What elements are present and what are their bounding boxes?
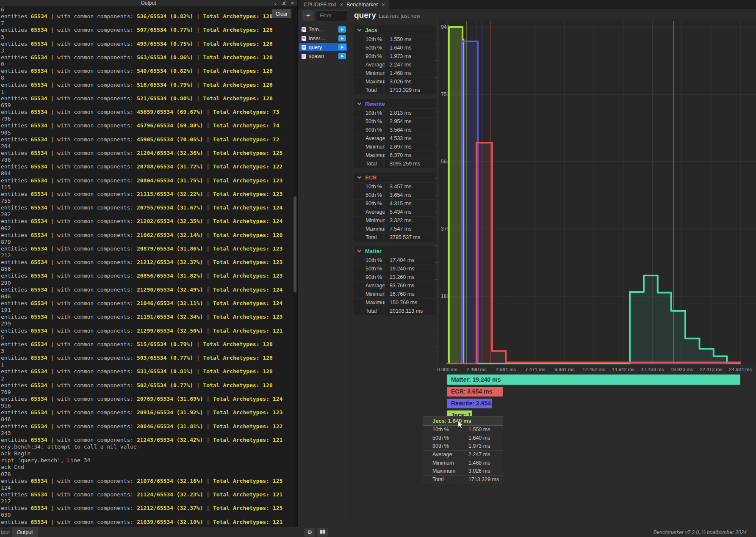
add-benchmark-button[interactable]: + [302, 10, 314, 21]
tooltip-stat-label: 90th % [423, 442, 463, 450]
stat-value: 7.547 ms [385, 225, 436, 233]
stat-label: 50th % [354, 265, 383, 273]
scrollbar-thumb[interactable] [294, 196, 296, 292]
filter-input[interactable] [316, 10, 347, 21]
stat-row: Minimum2.697 ms [354, 143, 436, 151]
stat-value: 3.457 ms [385, 183, 436, 191]
script-item-spawn[interactable]: spawn▶ [299, 52, 347, 60]
tooltip-stat-value: 1.640 ms [463, 434, 503, 442]
benchmarker-panel: query Last run: just now Jecs10th %1.550… [348, 9, 756, 527]
run-benchmark-button[interactable]: ▶ [338, 35, 346, 41]
legend-bar-ecr[interactable]: ECR: 3.654 ms [447, 387, 503, 397]
dock-icon[interactable] [282, 0, 286, 6]
stat-row: Minimum1.468 ms [354, 69, 436, 77]
stat-row: Maximum150.769 ms [354, 299, 436, 307]
output-panel: Output ⌄ ✕ Clear 6entities 65534 | with … [0, 0, 298, 527]
dock-tab-partial[interactable]: tput [1, 527, 10, 537]
stat-row: 50th %19.240 ms [354, 265, 436, 273]
stat-row: Average4.533 ms [354, 135, 436, 143]
stat-label: 90th % [354, 200, 383, 208]
script-name-label: spawn [309, 53, 338, 59]
tab-cpudiff-rbxl[interactable]: CPUDIFF.rbxl✕ [300, 0, 347, 9]
x-axis-tick-label: 9.961 ms [554, 367, 575, 372]
console-wrap-fragment: 659 [1, 102, 293, 109]
stat-label: Maximum [354, 78, 383, 86]
stats-section-header[interactable]: ECR [354, 173, 436, 182]
stat-row: 90th %4.315 ms [354, 200, 436, 208]
console-log-line: entities 65534 | with common components:… [1, 177, 293, 184]
stat-label: 10th % [354, 183, 383, 191]
console-log-line: entities 65534 | with common components:… [1, 368, 293, 375]
document-tabbar: CPUDIFF.rbxl✕Benchmarker✕ [298, 0, 756, 9]
output-panel-title: Output [141, 0, 156, 6]
console-wrap-fragment: 202 [1, 211, 293, 218]
stat-row: 50th %3.654 ms [354, 191, 436, 199]
settings-button[interactable]: ⚙ [304, 528, 315, 537]
tab-benchmarker[interactable]: Benchmarker✕ [343, 0, 389, 9]
script-item-inser[interactable]: inser…▶ [299, 34, 347, 42]
stat-value: 3095.259 ms [385, 160, 436, 168]
tab-close-icon[interactable]: ✕ [381, 2, 385, 7]
series-name-label: ECR [365, 174, 377, 181]
docs-button[interactable] [317, 528, 328, 537]
output-scrollbar[interactable] [293, 6, 297, 527]
benchmark-histogram-chart[interactable]: 1883765647529400.000 ms2.490 ms4.981 ms7… [432, 9, 756, 386]
console-wrap-fragment: 5 [1, 334, 293, 341]
dock-tab-output[interactable]: Output [12, 527, 38, 537]
stat-row: Minimum16.768 ms [354, 290, 436, 298]
legend-bar-matter[interactable]: Matter: 19.240 ms [447, 375, 740, 385]
footer-credit: Benchmarker v7.2.0, © boatbomber 2024 [654, 527, 747, 537]
console-wrap-fragment: 769 [1, 389, 293, 396]
stat-label: Average [354, 208, 383, 216]
stat-row: 90th %23.260 ms [354, 273, 436, 281]
console-log[interactable]: 6entities 65534 | with common components… [1, 6, 293, 527]
stat-row: 90th %3.564 ms [354, 126, 436, 134]
stat-row: Maximum6.370 ms [354, 151, 436, 160]
console-wrap-fragment: 039 [1, 512, 293, 518]
close-icon[interactable]: ✕ [291, 1, 294, 6]
stat-row: Total3095.259 ms [354, 160, 436, 168]
clear-output-button[interactable]: Clear [272, 9, 291, 18]
stat-value: 2.813 ms [385, 109, 436, 117]
script-name-label: Tem… [309, 27, 338, 33]
run-benchmark-button[interactable]: ▶ [338, 53, 346, 59]
run-benchmark-button[interactable]: ▶ [338, 26, 346, 33]
script-item-query[interactable]: query▶ [299, 43, 347, 51]
stat-label: 50th % [354, 191, 383, 199]
stat-label: Total [354, 160, 383, 168]
tooltip-stat-value: 2.247 ms [463, 451, 503, 459]
x-axis-tick-label: 4.981 ms [496, 367, 516, 372]
console-log-line: entities 65534 | with common components:… [1, 314, 293, 320]
stat-label: 50th % [354, 118, 383, 126]
tooltip-stat-label: Total [423, 476, 463, 484]
benchmark-scripts-panel: + Tem…▶inser…▶query▶spawn▶ [298, 9, 348, 527]
script-item-Tem[interactable]: Tem…▶ [299, 25, 347, 33]
console-log-line: entities 65534 | with common components:… [1, 109, 293, 116]
legend-bar-rewrite[interactable]: Rewrite: 2.954… [447, 399, 492, 408]
console-error-line: ack End [1, 464, 293, 471]
series-name-label: Matter [365, 248, 382, 254]
output-panel-header[interactable]: Output ⌄ ✕ [0, 0, 297, 6]
stat-value: 1.973 ms [385, 52, 436, 61]
stat-value: 3.322 ms [385, 217, 436, 225]
console-log-line: entities 65534 | with common components:… [1, 13, 293, 20]
tooltip-row: 50th %1.640 ms [423, 434, 503, 443]
stats-section-header[interactable]: Rewrite [354, 99, 436, 108]
stat-row: Average83.769 ms [354, 282, 436, 290]
console-log-line: entities 65534 | with common components:… [1, 150, 293, 157]
run-benchmark-button[interactable]: ▶ [338, 44, 346, 50]
console-log-line: entities 65534 | with common components:… [1, 82, 293, 88]
stat-value: 2.954 ms [385, 118, 436, 126]
stat-value: 2.697 ms [385, 143, 436, 151]
console-log-line: entities 65534 | with common components:… [1, 300, 293, 307]
benchmark-script-list: Tem…▶inser…▶query▶spawn▶ [299, 25, 347, 61]
stats-section-header[interactable]: Jecs [354, 25, 436, 35]
stats-section-header[interactable]: Matter [354, 246, 436, 256]
stats-column: Jecs10th %1.550 ms50th %1.640 ms90th %1.… [354, 25, 436, 320]
console-log-line: entities 65534 | with common components:… [1, 191, 293, 198]
x-axis-tick-label: 0.000 ms [437, 367, 457, 372]
console-wrap-fragment: 1 [1, 361, 293, 368]
chevron-down-icon[interactable]: ⌄ [274, 1, 277, 6]
stat-label: Minimum [354, 290, 383, 298]
app-window: Output ⌄ ✕ Clear 6entities 65534 | with … [0, 0, 756, 537]
